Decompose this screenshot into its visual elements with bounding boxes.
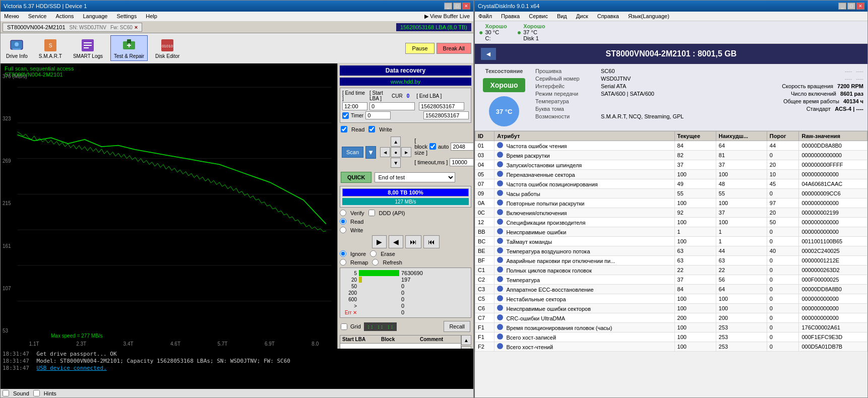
- progress-section: 8,00 TB 100 % 127 MB/s: [340, 186, 471, 208]
- block-size-input[interactable]: [451, 143, 473, 151]
- nav-center[interactable]: ●: [391, 147, 401, 157]
- sound-checkbox[interactable]: [3, 390, 9, 396]
- cdi-menu-file[interactable]: Файл: [477, 13, 493, 20]
- erase-radio[interactable]: [370, 250, 377, 257]
- scroll-up-button[interactable]: ▲: [461, 335, 471, 345]
- grid-checkbox[interactable]: [341, 323, 347, 330]
- features-label: Возможности: [535, 113, 601, 119]
- maximize-button[interactable]: □: [453, 3, 461, 10]
- break-all-button[interactable]: Break All: [437, 43, 471, 54]
- verify-radio[interactable]: [340, 210, 346, 216]
- ignore-radio[interactable]: [340, 250, 346, 257]
- y-label-5: 107: [3, 286, 27, 291]
- scan-dropdown-button[interactable]: ▼: [365, 146, 376, 159]
- read-radio[interactable]: [340, 218, 346, 225]
- status2-drive: Disk 1: [523, 35, 545, 41]
- write-checkbox[interactable]: [368, 126, 375, 132]
- bb-200-bar: [359, 290, 399, 296]
- cell-raw-19: 176C00002A61: [799, 323, 867, 333]
- cdi-close-button[interactable]: ✕: [856, 3, 864, 10]
- cell-current-8: 100: [674, 218, 716, 227]
- close-tab-button[interactable]: ×: [135, 24, 138, 30]
- hints-checkbox[interactable]: [33, 390, 40, 396]
- end-lba-max-input[interactable]: [423, 111, 469, 119]
- refresh-radio[interactable]: [372, 259, 379, 266]
- cell-id-12: BF: [475, 256, 494, 266]
- cell-raw-12: 00000001212E: [799, 256, 867, 266]
- menu-settings[interactable]: Settings: [115, 13, 138, 20]
- end-of-test-select[interactable]: End of test: [375, 172, 455, 182]
- cell-threshold-10: 0: [767, 237, 799, 246]
- drive-info-button[interactable]: Drive Info: [3, 35, 31, 61]
- cdi-minimize-button[interactable]: _: [838, 3, 846, 10]
- write-radio[interactable]: [340, 227, 346, 233]
- cdi-menu-help[interactable]: Справка: [596, 13, 621, 20]
- cell-id-13: C1: [475, 266, 494, 275]
- firmware-row: Прошивка SC60 ---- ----: [535, 68, 863, 74]
- log-col-block: Block: [381, 337, 420, 342]
- play-button[interactable]: ▶: [372, 235, 387, 248]
- remap-radio[interactable]: [340, 259, 346, 266]
- minimize-button[interactable]: _: [444, 3, 452, 10]
- cell-worst-16: 100: [716, 294, 767, 304]
- disk-editor-button[interactable]: 01010 Disk Editor: [152, 35, 183, 61]
- read-checkbox[interactable]: [341, 126, 347, 132]
- drive-disk1-status[interactable]: ● Хорошо 37 °C Disk 1: [517, 23, 545, 41]
- cell-raw-5: 000000009CC6: [799, 189, 867, 198]
- end-time-input[interactable]: [342, 102, 367, 110]
- bb-gt-bar: [359, 303, 399, 309]
- timer-checkbox[interactable]: [342, 112, 349, 119]
- menu-menu[interactable]: Меню: [3, 13, 21, 20]
- cdi-menu-language[interactable]: Язык(Language): [627, 13, 671, 20]
- end-lba-input[interactable]: [419, 102, 464, 110]
- cell-worst-19: 253: [716, 323, 767, 333]
- nav-right[interactable]: ►: [401, 147, 411, 157]
- nav-down[interactable]: ▼: [391, 158, 401, 168]
- menu-actions[interactable]: Actions: [54, 13, 75, 20]
- bb-50-bar: [359, 283, 399, 289]
- menu-help[interactable]: Help: [144, 13, 159, 20]
- drive-c-status[interactable]: ● Хорошо 30 °C C:: [479, 23, 507, 41]
- block-auto-checkbox[interactable]: [429, 143, 436, 150]
- rewind-button[interactable]: ◀: [389, 235, 403, 248]
- cdi-maximize-button[interactable]: □: [847, 3, 855, 10]
- menu-language[interactable]: Language: [82, 13, 109, 20]
- cdi-menu-service[interactable]: Сервис: [527, 13, 549, 20]
- cell-attr-8: Спецификации производителя: [494, 218, 674, 227]
- nav-up[interactable]: ▲: [391, 137, 401, 147]
- test-repair-button[interactable]: Test & Repair: [110, 35, 148, 61]
- cell-current-5: 55: [674, 189, 716, 198]
- timer-input[interactable]: [365, 111, 391, 119]
- scan-button[interactable]: Scan: [342, 147, 363, 158]
- x-label-4: 5.7T: [217, 341, 227, 347]
- timeout-input[interactable]: [450, 158, 473, 166]
- ddd-api-checkbox[interactable]: [368, 210, 375, 216]
- time-row-values: [342, 102, 469, 110]
- cdi-menu-disk[interactable]: Диск: [575, 13, 590, 20]
- main-area: Full scan, sequential access ST8000VN004…: [1, 63, 473, 349]
- view-buffer-live[interactable]: ▶ View Buffer Live: [423, 13, 471, 20]
- recall-button[interactable]: Recall: [444, 321, 470, 332]
- test-repair-icon: [121, 37, 137, 53]
- smart-logs-button[interactable]: SMART Logs: [70, 35, 106, 61]
- fast-forward-button[interactable]: ⏭: [405, 235, 421, 248]
- quick-button[interactable]: QUICK: [341, 172, 371, 183]
- pause-button[interactable]: Pause: [405, 43, 434, 54]
- smart-button[interactable]: S S.M.A.R.T: [35, 35, 66, 61]
- smart-row-21: F2 Всего хост-чтений 100 253 0 000D5A01D…: [475, 342, 867, 352]
- skip-end-button[interactable]: ⏮: [423, 235, 440, 248]
- cell-threshold-12: 0: [767, 256, 799, 266]
- menu-service[interactable]: Service: [27, 13, 48, 20]
- end-time-header: [ End time ]: [342, 90, 367, 101]
- usb-connected-link[interactable]: USB device connected.: [37, 365, 107, 371]
- cdi-menu-edit[interactable]: Правка: [500, 13, 521, 20]
- graph-area: Full scan, sequential access ST8000VN004…: [1, 63, 337, 349]
- nav-left[interactable]: ◄: [380, 147, 390, 157]
- close-button[interactable]: ✕: [462, 3, 470, 10]
- drive-tab[interactable]: ST8000VN004-2M2101 SN: WSD0JTNV Fw: SC60…: [3, 23, 142, 32]
- cell-threshold-1: 0: [767, 151, 799, 160]
- smart-row-14: C2 Температура 37 56 0 000F00000025: [475, 275, 867, 285]
- start-lba-input[interactable]: [369, 102, 415, 110]
- disk-prev-button[interactable]: ◄: [481, 48, 496, 60]
- cdi-menu-view[interactable]: Вид: [555, 13, 569, 20]
